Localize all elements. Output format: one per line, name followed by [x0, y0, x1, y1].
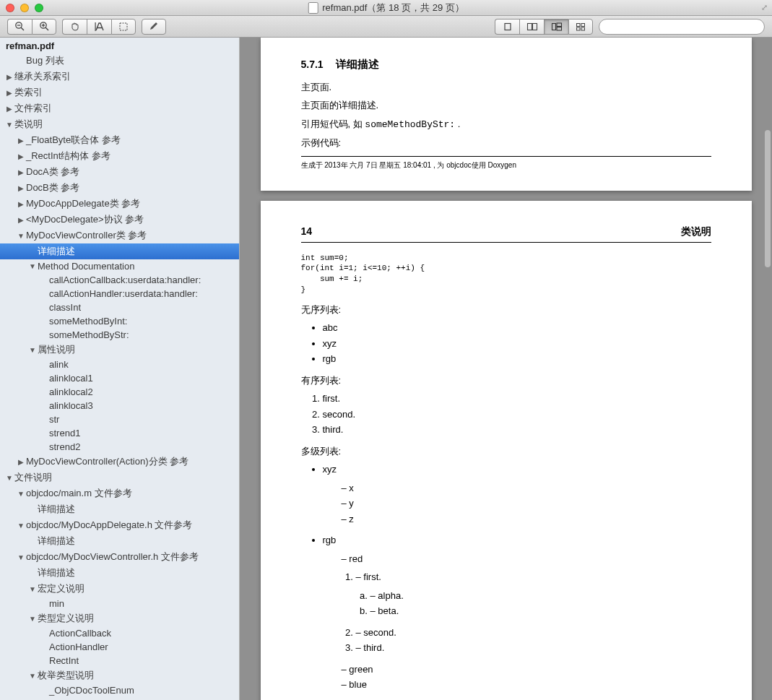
zoom-out-button[interactable] — [7, 19, 32, 35]
disclosure-triangle-icon[interactable]: ▼ — [17, 490, 25, 498]
disclosure-triangle-icon[interactable]: ▼ — [17, 522, 25, 530]
outline-item[interactable]: ▼类型定义说明 — [0, 610, 239, 626]
outline-item[interactable]: ▼属性说明 — [0, 342, 239, 358]
outline-item[interactable]: alinklocal1 — [0, 371, 239, 385]
paragraph: 主页面的详细描述. — [301, 98, 711, 113]
outline-item[interactable]: ▼objcdoc/MyDocViewController.h 文件参考 — [0, 549, 239, 565]
outline-item[interactable]: ▶DocB类 参考 — [0, 180, 239, 196]
disclosure-triangle-icon[interactable]: ▼ — [17, 553, 25, 561]
svg-rect-7 — [95, 22, 95, 31]
outline-item[interactable]: ▼类说明 — [0, 116, 239, 132]
disclosure-triangle-icon[interactable]: ▶ — [6, 89, 13, 97]
view-thumbnails-button[interactable] — [568, 19, 593, 35]
outline-item-label: 文件说明 — [14, 471, 52, 484]
disclosure-triangle-icon[interactable]: ▶ — [6, 105, 13, 113]
disclosure-triangle-icon[interactable]: ▶ — [17, 200, 25, 208]
disclosure-triangle-icon[interactable]: ▼ — [29, 585, 36, 593]
disclosure-triangle-icon[interactable]: ▶ — [17, 152, 25, 160]
outline-item[interactable]: min — [0, 597, 239, 610]
view-continuous-button[interactable] — [544, 19, 568, 35]
outline-item-label: alinklocal2 — [49, 386, 93, 397]
outline-item[interactable]: ▼MyDocViewController类 参考 — [0, 228, 239, 243]
outline-item[interactable]: ▼objcdoc/main.m 文件参考 — [0, 485, 239, 501]
disclosure-triangle-icon[interactable]: ▶ — [17, 184, 25, 192]
disclosure-triangle-icon[interactable]: ▶ — [17, 168, 25, 176]
zoom-window-button[interactable] — [35, 4, 43, 12]
outline-item[interactable]: ActionHandler — [0, 640, 239, 654]
outline-item[interactable]: callActionCallback:userdata:handler: — [0, 273, 239, 287]
outline-item[interactable]: 详细描述 — [0, 565, 239, 581]
outline-item[interactable]: _ObjCDocToolEnum — [0, 683, 239, 697]
outline-item[interactable]: ▶类索引 — [0, 85, 239, 100]
disclosure-triangle-icon[interactable]: ▼ — [6, 474, 13, 482]
annotate-button[interactable] — [142, 19, 166, 35]
search-input[interactable] — [599, 19, 765, 35]
disclosure-triangle-icon[interactable]: ▼ — [6, 121, 13, 129]
outline-item[interactable]: alink — [0, 358, 239, 371]
outline-item[interactable]: someMethodByStr: — [0, 328, 239, 342]
svg-rect-11 — [532, 23, 537, 30]
outline-item[interactable]: ActionCallback — [0, 626, 239, 640]
disclosure-triangle-icon[interactable]: ▶ — [6, 73, 13, 81]
toolbar: 🔍 — [0, 16, 772, 38]
document-viewport[interactable]: 5.7.1 详细描述 主页面. 主页面的详细描述. 引用短代码, 如 someM… — [240, 38, 772, 700]
view-single-button[interactable] — [495, 19, 519, 35]
outline-item[interactable]: 详细描述 — [0, 533, 239, 549]
fullscreen-icon[interactable]: ⤢ — [761, 3, 768, 12]
outline-item[interactable]: ▶MyDocViewController(Action)分类 参考 — [0, 454, 239, 470]
svg-rect-13 — [557, 23, 562, 27]
disclosure-triangle-icon[interactable]: ▼ — [17, 232, 25, 240]
outline-item[interactable]: ▶_RectInt结构体 参考 — [0, 148, 239, 164]
pdf-page: 14 类说明 int sum=0; for(int i=1; i<=10; ++… — [261, 201, 752, 701]
outline-item[interactable]: 索引 — [0, 697, 239, 700]
disclosure-triangle-icon[interactable]: ▼ — [29, 262, 36, 270]
outline-item[interactable]: RectInt — [0, 654, 239, 667]
outline-item[interactable]: alinklocal2 — [0, 385, 239, 399]
outline-item[interactable]: ▼objcdoc/MyDocAppDelegate.h 文件参考 — [0, 517, 239, 533]
paragraph: 主页面. — [301, 80, 711, 95]
outline-item[interactable]: 详细描述 — [0, 243, 239, 259]
outline-item[interactable]: alinklocal3 — [0, 399, 239, 412]
outline-item[interactable]: ▶_FloatByte联合体 参考 — [0, 132, 239, 148]
sidebar-doc-title: refman.pdf — [0, 38, 239, 53]
disclosure-triangle-icon[interactable]: ▶ — [17, 137, 25, 144]
outline-item[interactable]: 详细描述 — [0, 501, 239, 517]
outline-item[interactable]: someMethodByInt: — [0, 314, 239, 328]
minimize-window-button[interactable] — [20, 4, 29, 12]
view-twoup-button[interactable] — [519, 19, 544, 35]
disclosure-triangle-icon[interactable]: ▼ — [29, 346, 36, 354]
outline-item[interactable]: ▼宏定义说明 — [0, 581, 239, 597]
disclosure-triangle-icon[interactable]: ▶ — [17, 458, 25, 466]
outline-item[interactable]: ▶文件索引 — [0, 100, 239, 116]
hand-tool-button[interactable] — [62, 19, 87, 35]
disclosure-triangle-icon[interactable]: ▼ — [29, 672, 36, 680]
disclosure-triangle-icon[interactable]: ▼ — [29, 615, 36, 623]
scrollbar-thumb[interactable] — [765, 130, 771, 267]
multilevel-list: xyz xyz rgb red first. alpha. beta. — [323, 462, 711, 692]
outline-item[interactable]: strend1 — [0, 426, 239, 440]
outline-item[interactable]: ▶继承关系索引 — [0, 69, 239, 85]
zoom-in-button[interactable] — [32, 19, 56, 35]
window-titlebar: refman.pdf（第 18 页，共 29 页） ⤢ — [0, 0, 772, 16]
outline-sidebar[interactable]: refman.pdf Bug 列表▶继承关系索引▶类索引▶文件索引▼类说明▶_F… — [0, 38, 240, 700]
paragraph: 引用短代码, 如 someMethodByStr: . — [301, 117, 711, 132]
outline-item[interactable]: strend2 — [0, 440, 239, 454]
outline-item-label: str — [49, 414, 59, 425]
outline-item[interactable]: ▼Method Documentation — [0, 259, 239, 273]
outline-item[interactable]: Bug 列表 — [0, 53, 239, 69]
outline-item[interactable]: ▼枚举类型说明 — [0, 667, 239, 683]
outline-item[interactable]: classInt — [0, 301, 239, 314]
outline-item[interactable]: ▶DocA类 参考 — [0, 164, 239, 180]
outline-item[interactable]: ▼文件说明 — [0, 470, 239, 485]
outline-item[interactable]: ▶MyDocAppDelegate类 参考 — [0, 196, 239, 212]
disclosure-triangle-icon[interactable]: ▶ — [17, 216, 25, 224]
unordered-list: abcxyzrgb — [323, 321, 711, 366]
select-tool-button[interactable] — [111, 19, 136, 35]
outline-item[interactable]: str — [0, 412, 239, 426]
outline-item[interactable]: callActionHandler:userdata:handler: — [0, 287, 239, 301]
outline-item[interactable]: ▶<MyDocDelegate>协议 参考 — [0, 212, 239, 228]
svg-rect-8 — [120, 23, 127, 30]
outline-item-label: objcdoc/MyDocViewController.h 文件参考 — [26, 550, 199, 563]
text-tool-button[interactable] — [87, 19, 111, 35]
close-window-button[interactable] — [6, 4, 14, 12]
